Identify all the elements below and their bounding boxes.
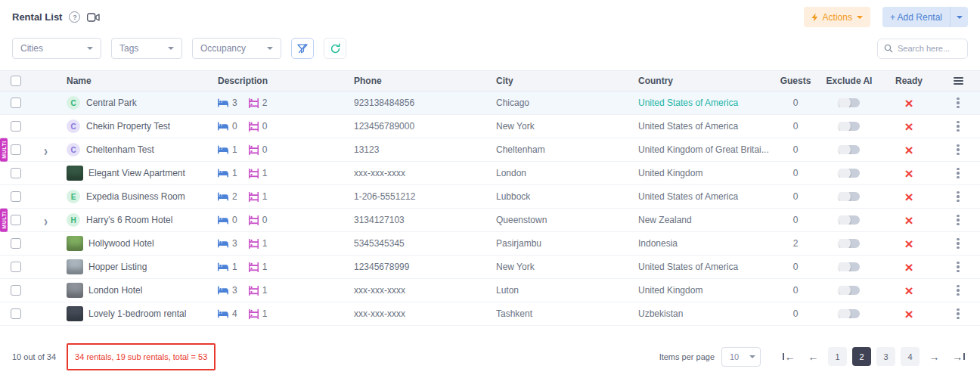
table-body: › C Central Park 3 2 923138484856 Chicag…	[0, 91, 980, 326]
page-button-3[interactable]: 3	[876, 347, 895, 366]
exclude-ai-toggle[interactable]	[839, 169, 860, 178]
columns-menu-icon[interactable]	[954, 76, 963, 87]
row-checkbox[interactable]	[11, 262, 21, 272]
occupancy-select[interactable]: Occupancy	[192, 38, 281, 59]
next-page-button[interactable]: →	[925, 347, 944, 366]
column-header-name[interactable]: Name	[67, 76, 218, 86]
rental-name[interactable]: Cheltenham Test	[86, 144, 154, 155]
refresh-button[interactable]	[324, 38, 346, 59]
column-header-country[interactable]: Country	[638, 76, 773, 86]
rental-name[interactable]: Hollywood Hotel	[88, 238, 154, 249]
exclude-ai-toggle[interactable]	[839, 309, 860, 318]
table-row: › Hollywood Hotel 3 1 5345345345 Pasirja…	[0, 232, 980, 256]
page-button-1[interactable]: 1	[828, 347, 847, 366]
rental-name[interactable]: Expedia Business Room	[86, 191, 185, 202]
add-rental-dropdown[interactable]	[950, 7, 968, 27]
exclude-ai-toggle[interactable]	[839, 98, 860, 107]
bedrooms-count: 2	[232, 191, 237, 202]
row-menu-button[interactable]	[952, 235, 963, 252]
table-row: › Elegant View Apartment 1 1 xxx-xxx-xxx…	[0, 162, 980, 185]
table-row: › C Chekin Property Test 0 0 12345678900…	[0, 115, 980, 138]
row-checkbox[interactable]	[11, 308, 21, 319]
bedrooms-count: 3	[232, 98, 237, 108]
help-icon[interactable]	[69, 11, 80, 23]
row-checkbox[interactable]	[11, 238, 21, 249]
rental-thumbnail	[67, 306, 83, 321]
rental-name[interactable]: Central Park	[86, 98, 137, 108]
last-page-button[interactable]: →	[949, 347, 968, 366]
bunk-beds-icon	[249, 145, 259, 155]
page-button-4[interactable]: 4	[901, 347, 920, 366]
column-header-ready[interactable]: Ready	[880, 76, 938, 86]
exclude-ai-toggle[interactable]	[839, 192, 860, 201]
rental-name[interactable]: Harry's 6 Room Hotel	[86, 215, 172, 225]
bedrooms-icon	[218, 239, 228, 248]
row-checkbox[interactable]	[11, 144, 21, 155]
cities-select[interactable]: Cities	[12, 38, 101, 59]
bedrooms-icon	[218, 169, 228, 178]
row-menu-button[interactable]	[952, 212, 963, 228]
row-menu-button[interactable]	[952, 305, 963, 322]
previous-page-button[interactable]: ←	[804, 347, 823, 366]
country-cell: United States of America	[638, 191, 773, 202]
rental-badge: E	[67, 190, 80, 203]
row-checkbox[interactable]	[11, 168, 21, 178]
video-camera-icon[interactable]	[87, 13, 100, 22]
select-all-checkbox[interactable]	[11, 76, 21, 86]
column-header-description[interactable]: Description	[218, 76, 354, 86]
row-checkbox[interactable]	[11, 121, 21, 132]
page-button-2[interactable]: 2	[852, 347, 871, 366]
rental-name[interactable]: Lovely 1-bedroom rental	[88, 308, 186, 319]
multi-tag: MULTI	[0, 208, 8, 231]
actions-button[interactable]: Actions	[804, 7, 870, 27]
actions-label: Actions	[823, 12, 852, 23]
rental-name[interactable]: London Hotel	[88, 285, 142, 296]
exclude-ai-toggle[interactable]	[839, 215, 860, 225]
exclude-ai-toggle[interactable]	[839, 239, 860, 248]
row-menu-button[interactable]	[952, 282, 963, 299]
row-checkbox[interactable]	[11, 285, 21, 296]
chevron-down-icon	[168, 47, 174, 50]
country-cell: Indonesia	[638, 238, 773, 249]
row-checkbox[interactable]	[11, 191, 21, 202]
search-input[interactable]	[898, 44, 961, 53]
bedrooms-icon	[218, 309, 228, 318]
not-ready-icon: ×	[904, 96, 913, 110]
rental-name[interactable]: Elegant View Apartment	[88, 168, 185, 178]
column-header-phone[interactable]: Phone	[354, 76, 496, 86]
tags-select[interactable]: Tags	[111, 38, 182, 59]
column-header-exclude-ai[interactable]: Exclude AI	[818, 76, 880, 86]
row-menu-button[interactable]	[952, 165, 963, 181]
row-checkbox[interactable]	[11, 98, 21, 108]
row-menu-button[interactable]	[952, 94, 963, 111]
not-ready-icon: ×	[904, 166, 913, 181]
row-menu-button[interactable]	[952, 118, 963, 135]
column-header-city[interactable]: City	[496, 76, 638, 86]
add-rental-button[interactable]: + Add Rental	[882, 7, 950, 27]
table-row: › C Central Park 3 2 923138484856 Chicag…	[0, 91, 980, 115]
exclude-ai-toggle[interactable]	[839, 286, 860, 295]
bunk-beds-count: 0	[262, 215, 268, 225]
column-header-guests[interactable]: Guests	[773, 76, 818, 86]
expand-chevron[interactable]: ›	[44, 144, 48, 156]
guests-cell: 0	[773, 308, 818, 319]
first-page-button[interactable]: ←	[780, 347, 799, 366]
row-menu-button[interactable]	[952, 259, 963, 275]
exclude-ai-toggle[interactable]	[839, 122, 860, 131]
expand-chevron[interactable]: ›	[44, 215, 48, 226]
items-per-page-select[interactable]: 10	[721, 347, 761, 367]
filter-bar: Cities Tags Occupancy	[0, 32, 980, 70]
multi-tag: MULTI	[0, 138, 8, 161]
rental-name[interactable]: Hopper Listing	[88, 262, 147, 272]
rental-name[interactable]: Chekin Property Test	[86, 121, 170, 132]
row-menu-button[interactable]	[952, 141, 963, 158]
clear-filters-button[interactable]	[291, 38, 314, 59]
row-checkbox[interactable]	[11, 215, 21, 225]
exclude-ai-toggle[interactable]	[839, 145, 860, 154]
guests-cell: 2	[773, 238, 818, 249]
table-row: › Hopper Listing 1 1 12345678999 New Yor…	[0, 256, 980, 279]
occupancy-select-label: Occupancy	[200, 43, 246, 54]
exclude-ai-toggle[interactable]	[839, 262, 860, 271]
table-row: › E Expedia Business Room 2 1 1-206-5551…	[0, 185, 980, 209]
row-menu-button[interactable]	[952, 188, 963, 205]
